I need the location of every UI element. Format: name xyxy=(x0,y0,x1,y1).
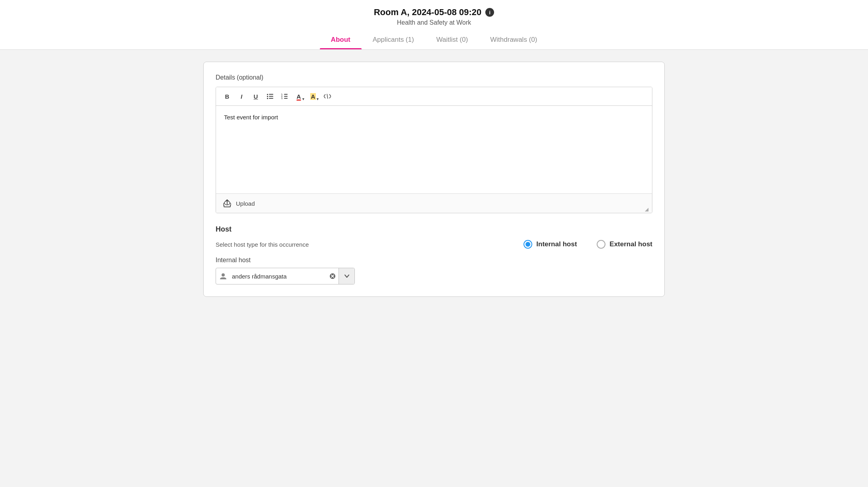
svg-rect-4 xyxy=(267,98,268,99)
tab-withdrawals[interactable]: Withdrawals (0) xyxy=(479,32,548,49)
svg-rect-11 xyxy=(284,98,288,99)
host-section: Host Select host type for this occurrenc… xyxy=(216,225,652,284)
internal-host-radio-circle xyxy=(524,240,532,249)
host-input-value: anders rådmansgata xyxy=(230,269,327,284)
host-avatar-icon xyxy=(216,272,230,280)
host-type-row: Select host type for this occurrence Int… xyxy=(216,240,652,249)
main-content: Details (optional) B I U xyxy=(179,62,689,297)
editor-content[interactable]: Test event for import xyxy=(216,106,652,193)
source-icon xyxy=(324,94,331,99)
bullet-list-button[interactable] xyxy=(264,90,276,102)
svg-rect-5 xyxy=(269,98,273,99)
upload-bar[interactable]: Upload ◢ xyxy=(216,193,652,213)
external-host-radio-label: External host xyxy=(609,240,652,248)
tab-about[interactable]: About xyxy=(320,32,362,49)
host-input-clear-button[interactable] xyxy=(327,268,339,284)
tab-applicants[interactable]: Applicants (1) xyxy=(362,32,425,49)
svg-rect-9 xyxy=(284,96,288,97)
svg-line-12 xyxy=(327,94,328,99)
tab-navigation: About Applicants (1) Waitlist (0) Withdr… xyxy=(0,32,868,49)
editor-text: Test event for import xyxy=(224,114,278,121)
internal-host-field-label: Internal host xyxy=(216,257,652,264)
italic-icon: I xyxy=(241,93,242,100)
external-host-radio[interactable]: External host xyxy=(597,240,652,249)
svg-text:3.: 3. xyxy=(281,97,283,99)
details-label: Details (optional) xyxy=(216,74,652,81)
tab-waitlist[interactable]: Waitlist (0) xyxy=(425,32,479,49)
external-host-radio-circle xyxy=(597,240,605,249)
bold-button[interactable]: B xyxy=(221,90,234,102)
underline-button[interactable]: U xyxy=(249,90,262,102)
svg-rect-0 xyxy=(267,94,268,95)
highlight-icon: A xyxy=(310,93,316,100)
underline-icon: U xyxy=(254,93,258,100)
page-header: Room A, 2024-05-08 09:20 i Health and Sa… xyxy=(0,0,868,50)
room-title: Room A, 2024-05-08 09:20 xyxy=(374,7,482,18)
host-radio-group: Internal host External host xyxy=(524,240,652,249)
font-color-button[interactable]: A xyxy=(292,90,305,102)
ordered-list-button[interactable]: 1. 2. 3. xyxy=(278,90,291,102)
svg-rect-2 xyxy=(267,96,268,97)
host-input-dropdown-button[interactable] xyxy=(339,268,354,284)
svg-rect-7 xyxy=(284,94,288,95)
svg-rect-3 xyxy=(269,96,273,97)
host-type-prompt: Select host type for this occurrence xyxy=(216,241,524,248)
info-icon[interactable]: i xyxy=(485,8,494,17)
bullet-list-icon xyxy=(267,94,273,99)
svg-rect-1 xyxy=(269,94,273,95)
resize-handle: ◢ xyxy=(645,206,650,211)
page-subtitle: Health and Safety at Work xyxy=(0,19,868,26)
rich-text-editor: B I U xyxy=(216,87,652,213)
upload-label: Upload xyxy=(236,200,255,207)
upload-icon xyxy=(222,199,232,208)
editor-toolbar: B I U xyxy=(216,87,652,106)
internal-host-radio[interactable]: Internal host xyxy=(524,240,577,249)
details-card: Details (optional) B I U xyxy=(203,62,665,297)
italic-button[interactable]: I xyxy=(235,90,248,102)
internal-host-radio-label: Internal host xyxy=(536,240,577,248)
host-section-title: Host xyxy=(216,225,652,234)
font-color-icon: A xyxy=(297,93,301,100)
source-button[interactable] xyxy=(321,90,334,102)
highlight-button[interactable]: A xyxy=(307,90,319,102)
ordered-list-icon: 1. 2. 3. xyxy=(281,94,288,99)
bold-icon: B xyxy=(225,93,230,100)
internal-host-input[interactable]: anders rådmansgata xyxy=(216,268,355,284)
svg-point-14 xyxy=(222,273,225,277)
